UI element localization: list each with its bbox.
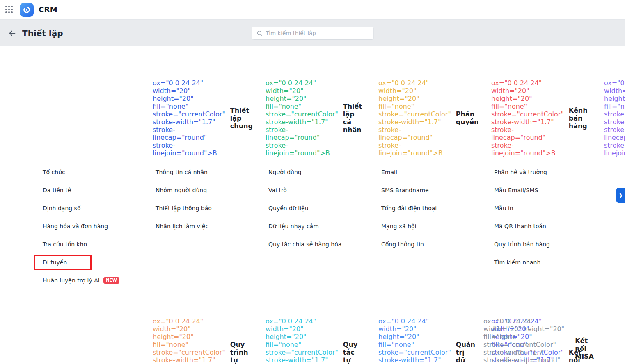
settings-link-label: Mẫu Email/SMS [494, 187, 538, 193]
settings-link-dinh-dang-so[interactable]: Định dạng số [43, 204, 80, 212]
settings-link-du-lieu-nhay-cam[interactable]: Dữ liệu nhạy cảm [268, 222, 319, 230]
settings-link-mang-xa-hoi[interactable]: Mạng xã hội [381, 222, 417, 230]
settings-link-label: Mạng xã hội [381, 223, 417, 230]
section-header: ox="0 0 24 24" width="20" height="20" fi… [368, 79, 481, 157]
search-icon [256, 30, 263, 36]
section-ket-noi-misa: ox="0 0 24 24" width="20" height="20" fi… [481, 317, 594, 364]
settings-link-di-tuyen[interactable]: Đi tuyến [43, 258, 67, 266]
section-items: Người dùngVai tròQuyền dữ liệuDữ liệu nh… [268, 168, 368, 248]
settings-link-label: Định dạng số [43, 205, 80, 212]
settings-link-label: Mẫu in [494, 205, 513, 212]
section-items: EmailSMS BrandnameTổng đài điện thoạiMạn… [381, 168, 481, 248]
main-nav: ox="0 0 24 24" width="18" height="18" fi… [67, 0, 625, 19]
settings-link-mau-in[interactable]: Mẫu in [494, 204, 513, 212]
settings-link-hang-hoa-va-don-hang[interactable]: Hàng hóa và đơn hàng [43, 222, 108, 230]
section-header: ox="0 0 24 24" width="20" height="20" fi… [30, 317, 142, 364]
section-header: ox="0 0 24 24" width="20" height="20" fi… [142, 79, 255, 157]
settings-link-label: Huấn luyện trợ lý AI [43, 277, 100, 284]
expand-panel-tab[interactable]: ❯ [616, 188, 625, 203]
settings-link-label: Đa tiền tệ [43, 187, 71, 193]
settings-link-label: Đi tuyến [43, 259, 67, 266]
settings-link-label: Quyền dữ liệu [268, 205, 309, 212]
settings-link-label: Email [381, 169, 397, 175]
settings-link-label: Nhận lịch làm việc [156, 223, 208, 230]
settings-link-nhom-nguoi-dung[interactable]: Nhóm người dùng [156, 186, 207, 194]
chevron-right-icon: ❯ [618, 192, 623, 198]
settings-link-label: Tra cứu tồn kho [43, 241, 87, 248]
settings-header: Thiết lập [0, 20, 625, 46]
settings-link-da-tien-te[interactable]: Đa tiền tệ [43, 186, 71, 194]
settings-link-phan-he-va-truong[interactable]: Phân hệ và trường [494, 168, 547, 176]
settings-link-cong-thong-tin[interactable]: Cổng thông tin [381, 240, 424, 248]
top-navbar: CRM ox="0 0 24 24" width="18" height="18… [0, 0, 625, 20]
page-title: Thiết lập [22, 28, 63, 38]
section-kenh-ban-hang: ox="0 0 24 24" width="20" height="20" fi… [368, 79, 481, 294]
settings-link-thiet-lap-thong-bao[interactable]: Thiết lập thông báo [156, 204, 212, 212]
settings-link-mau-email-sms[interactable]: Mẫu Email/SMS [494, 186, 538, 194]
settings-link-quyen-du-lieu[interactable]: Quyền dữ liệu [268, 204, 309, 212]
settings-link-quy-trinh-ban-hang[interactable]: Quy trình bán hàng [494, 240, 550, 248]
settings-link-label: Người dùng [268, 169, 302, 175]
app-name: CRM [39, 5, 57, 14]
settings-link-tong-dai-dien-thoai[interactable]: Tổng đài điện thoại [381, 204, 437, 212]
settings-link-tra-cuu-ton-kho[interactable]: Tra cứu tồn kho [43, 240, 87, 248]
settings-link-tim-kiem-nhanh[interactable]: Tìm kiếm nhanh [494, 258, 540, 266]
settings-link-label: Thông tin cá nhân [156, 169, 208, 175]
settings-link-label: Nhóm người dùng [156, 187, 207, 193]
settings-link-label: Quy trình bán hàng [494, 241, 550, 248]
section-header: ox="0 0 24 24" width="20" height="20" fi… [142, 317, 255, 364]
settings-link-huan-luyen-tro-ly-ai[interactable]: Huấn luyện trợ lý AINEW [43, 276, 119, 284]
settings-link-label: Hàng hóa và đơn hàng [43, 223, 108, 230]
settings-link-label: Cổng thông tin [381, 241, 424, 248]
settings-link-to-chuc[interactable]: Tổ chức [43, 168, 65, 176]
app-launcher-icon[interactable] [4, 5, 14, 15]
settings-link-thong-tin-ca-nhan[interactable]: Thông tin cá nhân [156, 168, 208, 176]
settings-link-label: Tìm kiếm nhanh [494, 259, 540, 266]
section-header: ox="0 0 24 24" width="20" height="20" fi… [255, 317, 368, 364]
back-button[interactable] [6, 27, 19, 40]
section-phan-quyen: ox="0 0 24 24" width="20" height="20" fi… [255, 79, 368, 294]
section-quy-trinh-tu-dong: ox="0 0 24 24" width="20" height="20" fi… [30, 317, 142, 364]
settings-link-label: Vai trò [268, 187, 287, 193]
settings-link-label: Mã QR thanh toán [494, 223, 546, 230]
settings-link-email[interactable]: Email [381, 168, 397, 176]
settings-search-input[interactable] [266, 30, 369, 36]
new-badge: NEW [103, 277, 119, 284]
section-quy-tac-tu-dong: ox="0 0 24 24" width="20" height="20" fi… [142, 317, 255, 364]
section-tuy-chinh: ox="0 0 24 24" width="20" height="20" fi… [481, 79, 594, 294]
settings-link-vai-tro[interactable]: Vai trò [268, 186, 287, 194]
section-thiet-lap-chung: ox="0 0 24 24" width="20" height="20" fi… [30, 79, 142, 294]
section-header: ox="0 0 24 24" width="20" height="20" fi… [368, 317, 481, 364]
settings-content: ox="0 0 24 24" width="20" height="20" fi… [0, 46, 625, 364]
settings-link-label: Tổ chức [43, 169, 65, 175]
section-header: ox="0 0 24 24" width="20" height="20" fi… [255, 79, 368, 157]
section-items: Tổ chứcĐa tiền tệĐịnh dạng sốHàng hóa và… [43, 168, 142, 284]
settings-link-quy-tac-chia-se-hang-hoa[interactable]: Quy tắc chia sẻ hàng hóa [268, 240, 341, 248]
section-title: Kết nối MISA [575, 337, 594, 360]
section-header: ox="0 0 24 24" width="20" height="20" fi… [30, 79, 142, 157]
settings-link-label: Thiết lập thông báo [156, 205, 212, 212]
settings-link-label: SMS Brandname [381, 187, 429, 193]
settings-link-label: Quy tắc chia sẻ hàng hóa [268, 241, 341, 248]
grid-squares-icon: ox="0 0 24 24" width="20" height="20" fi… [481, 317, 570, 364]
section-header: ox="0 0 24 24" width="20" height="20" fi… [481, 79, 594, 157]
section-items: Phân hệ và trườngMẫu Email/SMSMẫu inMã Q… [494, 168, 594, 266]
sections-grid: ox="0 0 24 24" width="20" height="20" fi… [30, 79, 625, 364]
crm-logo[interactable] [20, 3, 34, 17]
settings-search-box [252, 27, 373, 40]
settings-link-nguoi-dung[interactable]: Người dùng [268, 168, 302, 176]
section-header: ox="0 0 24 24" width="20" height="20" fi… [481, 317, 594, 364]
settings-link-ma-qr-thanh-toan[interactable]: Mã QR thanh toán [494, 222, 546, 230]
section-quan-tri-du-lieu: ox="0 0 24 24" width="20" height="20" fi… [255, 317, 368, 364]
section-items: Thông tin cá nhânNhóm người dùngThiết lậ… [156, 168, 255, 230]
settings-link-label: Phân hệ và trường [494, 169, 547, 175]
settings-link-sms-brandname[interactable]: SMS Brandname [381, 186, 429, 194]
section-thiet-lap-ca-nhan: ox="0 0 24 24" width="20" height="20" fi… [142, 79, 255, 294]
sliders-icon: ox="0 0 24 24" width="20" height="20" fi… [481, 79, 625, 157]
section-ket-noi: ox="0 0 24 24" width="20" height="20" fi… [368, 317, 481, 364]
settings-link-nhan-lich-lam-viec[interactable]: Nhận lịch làm việc [156, 222, 208, 230]
settings-link-label: Tổng đài điện thoại [381, 205, 437, 212]
settings-link-label: Dữ liệu nhạy cảm [268, 223, 319, 230]
